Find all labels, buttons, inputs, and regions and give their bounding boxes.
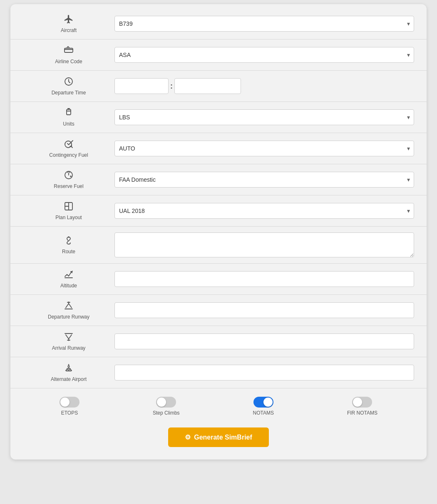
select-wrapper-layout: UAL 2018 Default Custom — [114, 203, 414, 219]
toggle-knob-step-climbs — [157, 398, 166, 407]
row-departure-runway: Departure Runway — [10, 295, 427, 326]
label-contingency-fuel: Contingency Fuel — [23, 139, 114, 158]
toggle-etops[interactable] — [60, 397, 79, 408]
label-text-plan-layout: Plan Layout — [55, 215, 82, 220]
input-alternate-airport — [114, 365, 414, 380]
text-arrival-runway[interactable] — [114, 334, 414, 349]
toggle-group-fir-notams: FIR NOTAMS — [347, 397, 377, 416]
select-layout[interactable]: UAL 2018 Default Custom — [114, 203, 414, 219]
label-text-departure-runway: Departure Runway — [48, 314, 89, 320]
row-altitude: Altitude — [10, 264, 427, 295]
contingency-fuel-icon — [64, 139, 74, 151]
text-alternate-airport[interactable] — [114, 365, 414, 380]
main-container: Aircraft B739 B738 B737 A320 A321 — [10, 4, 427, 460]
row-aircraft: Aircraft B739 B738 B737 A320 A321 — [10, 8, 427, 40]
label-text-contingency-fuel: Contingency Fuel — [49, 152, 88, 158]
text-altitude[interactable] — [114, 271, 414, 287]
departure-time-mm[interactable] — [174, 78, 241, 94]
input-departure-runway — [114, 302, 414, 318]
input-altitude — [114, 271, 414, 287]
alternate-airport-icon — [64, 363, 74, 375]
toggle-notams[interactable] — [253, 397, 273, 408]
toggles-row: ETOPS Step Climbs NOTAMS FIR NOTAMS — [10, 388, 427, 420]
gear-icon: ⚙ — [185, 433, 191, 441]
toggle-knob-etops — [60, 398, 70, 407]
airline-icon — [64, 45, 74, 57]
toggle-label-fir-notams: FIR NOTAMS — [347, 410, 377, 416]
label-reserve-fuel: Reserve Fuel — [23, 170, 114, 189]
row-reserve-fuel: Reserve Fuel FAA Domestic FAA Internatio… — [10, 164, 427, 195]
input-aircraft: B739 B738 B737 A320 A321 — [114, 16, 414, 32]
row-units: Units LBS KGS — [10, 102, 427, 133]
label-plan-layout: Plan Layout — [23, 201, 114, 220]
label-units: Units — [23, 108, 114, 127]
label-text-reserve-fuel: Reserve Fuel — [54, 183, 83, 189]
input-route — [114, 232, 414, 257]
row-airline-code: Airline Code ASA UAL DAL AAL SWA — [10, 40, 427, 71]
select-wrapper-airline: ASA UAL DAL AAL SWA — [114, 47, 414, 63]
aircraft-icon — [64, 14, 74, 26]
input-arrival-runway — [114, 334, 414, 349]
row-plan-layout: Plan Layout UAL 2018 Default Custom — [10, 195, 427, 227]
label-text-altitude: Altitude — [60, 283, 77, 289]
layout-icon — [64, 201, 74, 213]
input-airline-code: ASA UAL DAL AAL SWA — [114, 47, 414, 63]
toggle-group-etops: ETOPS — [60, 397, 79, 416]
label-departure-runway: Departure Runway — [23, 301, 114, 320]
label-arrival-runway: Arrival Runway — [23, 332, 114, 351]
label-alternate-airport: Alternate Airport — [23, 363, 114, 382]
altitude-icon — [64, 269, 74, 281]
select-airline[interactable]: ASA UAL DAL AAL SWA — [114, 47, 414, 63]
label-text-route: Route — [62, 249, 75, 254]
select-wrapper-units: LBS KGS — [114, 109, 414, 125]
svg-rect-1 — [67, 109, 71, 115]
label-aircraft: Aircraft — [23, 14, 114, 33]
label-text-arrival-runway: Arrival Runway — [52, 345, 86, 351]
select-wrapper-aircraft: B739 B738 B737 A320 A321 — [114, 16, 414, 32]
select-aircraft[interactable]: B739 B738 B737 A320 A321 — [114, 16, 414, 32]
label-airline-code: Airline Code — [23, 45, 114, 64]
generate-simbrief-button[interactable]: ⚙ Generate SimBrief — [168, 427, 269, 447]
label-altitude: Altitude — [23, 269, 114, 289]
select-contingency[interactable]: AUTO 5% 10% 15% — [114, 141, 414, 156]
select-reserve[interactable]: FAA Domestic FAA International ICAO Cust… — [114, 172, 414, 188]
label-text-alternate-airport: Alternate Airport — [51, 376, 87, 382]
select-wrapper-contingency: AUTO 5% 10% 15% — [114, 141, 414, 156]
toggle-label-step-climbs: Step Climbs — [153, 410, 180, 416]
input-contingency-fuel: AUTO 5% 10% 15% — [114, 141, 414, 156]
toggle-group-notams: NOTAMS — [253, 397, 274, 416]
row-alternate-airport: Alternate Airport — [10, 357, 427, 388]
text-departure-runway[interactable] — [114, 302, 414, 318]
units-icon — [64, 108, 74, 119]
row-contingency-fuel: Contingency Fuel AUTO 5% 10% 15% — [10, 133, 427, 164]
time-wrapper: : — [114, 78, 241, 94]
generate-btn-label: Generate SimBrief — [194, 434, 252, 441]
input-reserve-fuel: FAA Domestic FAA International ICAO Cust… — [114, 172, 414, 188]
departure-time-hh[interactable] — [114, 78, 169, 94]
toggle-fir-notams[interactable] — [352, 397, 372, 408]
arrival-runway-icon — [64, 332, 74, 343]
row-route: Route — [10, 227, 427, 264]
input-plan-layout: UAL 2018 Default Custom — [114, 203, 414, 219]
label-text-airline-code: Airline Code — [55, 59, 82, 64]
toggle-knob-fir-notams — [353, 398, 362, 407]
label-text-aircraft: Aircraft — [61, 27, 77, 33]
toggle-knob-notams — [263, 398, 273, 407]
time-colon: : — [170, 82, 173, 91]
toggle-label-etops: ETOPS — [61, 410, 78, 416]
toggle-group-step-climbs: Step Climbs — [153, 397, 180, 416]
select-units[interactable]: LBS KGS — [114, 109, 414, 125]
input-departure-time: : — [114, 78, 414, 94]
toggle-step-climbs[interactable] — [156, 397, 176, 408]
label-departure-time: Departure Time — [23, 77, 114, 96]
departure-runway-icon — [64, 301, 74, 312]
input-units: LBS KGS — [114, 109, 414, 125]
route-icon — [64, 235, 74, 247]
textarea-route[interactable] — [114, 232, 414, 257]
clock-icon — [64, 77, 74, 88]
label-route: Route — [23, 235, 114, 254]
generate-btn-row: ⚙ Generate SimBrief — [10, 420, 427, 451]
row-arrival-runway: Arrival Runway — [10, 326, 427, 357]
select-wrapper-reserve: FAA Domestic FAA International ICAO Cust… — [114, 172, 414, 188]
reserve-fuel-icon — [64, 170, 74, 182]
